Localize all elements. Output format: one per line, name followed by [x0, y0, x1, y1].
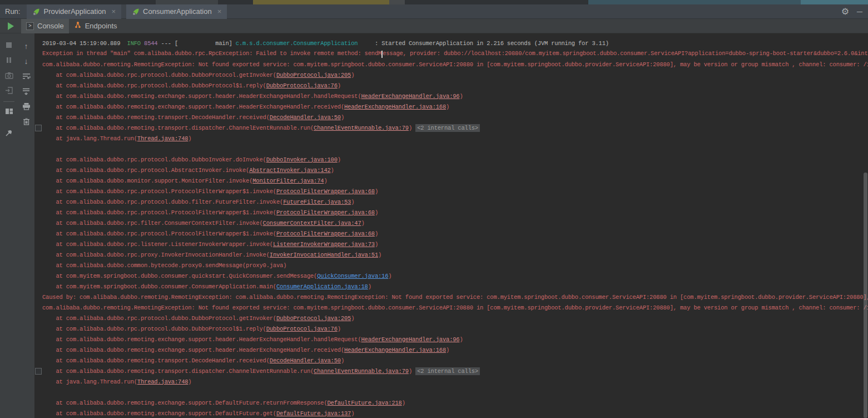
clear-all-trash-icon[interactable]: [20, 115, 32, 127]
close-icon[interactable]: ×: [109, 7, 116, 16]
exit-button[interactable]: [3, 84, 15, 96]
tab-console-label: Console: [37, 22, 64, 30]
stack-trace-link[interactable]: ConsumerContextFilter.java:47: [263, 220, 361, 227]
stack-trace-link[interactable]: ProtocolFilterWrapper.java:68: [276, 209, 375, 216]
console-segment: essage, provider: dubbo://localhost:2088…: [383, 50, 868, 57]
restore-layout-icon[interactable]: [3, 105, 15, 117]
stack-trace-link[interactable]: ProtocolFilterWrapper.java:68: [276, 188, 375, 195]
stack-trace-link[interactable]: DubboInvoker.java:100: [266, 156, 338, 163]
gutter: [34, 112, 42, 122]
console-segment: at com.alibaba.dubbo.remoting.transport.…: [42, 114, 270, 121]
stack-trace-link[interactable]: HeaderExchangeHandler.java:168: [344, 347, 446, 353]
console-segment: at java.lang.Thread.run(: [42, 135, 137, 142]
stack-trace-link[interactable]: HeaderExchangeHandler.java:96: [361, 336, 460, 343]
console-output[interactable]: 2019-03-04 15:19:00.889 INFO 8544 --- [ …: [34, 33, 868, 418]
gutter: [34, 281, 42, 292]
stack-trace-link[interactable]: ConsumerApplication.java:18: [276, 283, 368, 290]
gutter: [34, 165, 42, 175]
console-line-text: at com.alibaba.dubbo.remoting.transport.…: [42, 357, 344, 364]
console-line: at com.alibaba.dubbo.rpc.proxy.InvokerIn…: [34, 249, 868, 260]
console-line: at com.alibaba.dubbo.rpc.protocol.dubbo.…: [34, 70, 868, 80]
thread-dump-camera-icon[interactable]: [3, 69, 15, 81]
console-line: at com.alibaba.dubbo.rpc.protocol.Protoc…: [34, 186, 868, 196]
console-segment: <2 internal calls>: [415, 367, 480, 375]
stack-trace-link[interactable]: DecodeHandler.java:50: [270, 357, 341, 364]
console-line: 2019-03-04 15:19:00.889 INFO 8544 --- [ …: [34, 38, 868, 48]
scroll-to-end-icon[interactable]: [20, 85, 32, 97]
stack-trace-link[interactable]: HeaderExchangeHandler.java:96: [361, 93, 460, 100]
gutter: [34, 302, 42, 313]
stack-trace-link[interactable]: ProtocolFilterWrapper.java:68: [276, 230, 375, 237]
console-segment: at com.alibaba.dubbo.rpc.protocol.Protoc…: [42, 209, 276, 216]
gear-icon[interactable]: ⚙: [841, 7, 849, 16]
console-segment: ): [459, 93, 463, 100]
run-tab-consumer-application[interactable]: ConsumerApplication ×: [126, 4, 227, 19]
stack-trace-link[interactable]: ListenerInvokerWrapper.java:73: [273, 241, 375, 248]
console-segment: at com.alibaba.dubbo.remoting.exchange.s…: [42, 93, 361, 100]
stack-trace-link[interactable]: DecodeHandler.java:50: [270, 114, 341, 121]
stack-trace-link[interactable]: DefaultFuture.java:218: [328, 400, 402, 406]
up-stack-trace-icon[interactable]: ↑: [20, 40, 32, 52]
stack-trace-link[interactable]: DubboProtocol.java:76: [266, 82, 338, 89]
console-segment: ): [375, 188, 378, 195]
console-line-text: at com.alibaba.dubbo.rpc.protocol.Abstra…: [42, 167, 334, 174]
stack-trace-link[interactable]: DefaultFuture.java:137: [276, 410, 351, 417]
console-line-text: at com.myitem.springboot.dubbo.consumer.…: [42, 283, 371, 290]
soft-wrap-icon[interactable]: [20, 70, 32, 82]
stack-trace-link[interactable]: MonitorFilter.java:74: [252, 178, 324, 184]
console-line-text: at com.alibaba.dubbo.rpc.protocol.dubbo.…: [42, 156, 341, 163]
console-segment: at com.alibaba.dubbo.rpc.protocol.Protoc…: [42, 188, 276, 195]
stack-trace-link[interactable]: FutureFilter.java:53: [283, 199, 351, 205]
close-icon[interactable]: ×: [215, 7, 222, 16]
stack-trace-link[interactable]: ChannelEventRunnable.java:79: [314, 368, 409, 375]
stack-trace-link[interactable]: Thread.java:748: [137, 378, 189, 385]
stack-trace-link[interactable]: ChannelEventRunnable.java:79: [314, 125, 409, 131]
stack-trace-link[interactable]: QuickConsumer.java:16: [317, 273, 388, 279]
console-line: + at com.alibaba.dubbo.remoting.transpor…: [34, 122, 868, 133]
console-line: at com.alibaba.dubbo.rpc.filter.Consumer…: [34, 218, 868, 228]
stack-trace-link[interactable]: HeaderExchangeHandler.java:168: [344, 104, 446, 110]
tab-console[interactable]: > Console: [21, 19, 69, 33]
gutter: [34, 313, 42, 323]
pin-tab-icon[interactable]: [3, 127, 15, 139]
console-line-text: at com.alibaba.dubbo.rpc.protocol.Protoc…: [42, 188, 378, 195]
console-segment: com.alibaba.dubbo.remoting.RemotingExcep…: [42, 61, 868, 68]
stack-trace-link[interactable]: DubboProtocol.java:205: [276, 72, 351, 78]
console-line-text: com.alibaba.dubbo.remoting.RemotingExcep…: [42, 61, 868, 68]
gutter: [34, 323, 42, 334]
stack-trace-link[interactable]: DubboProtocol.java:76: [266, 326, 338, 332]
stack-trace-link[interactable]: Thread.java:748: [137, 135, 189, 142]
console-line-text: at java.lang.Thread.run(Thread.java:748): [42, 135, 191, 142]
stack-trace-link[interactable]: DubboProtocol.java:205: [276, 315, 351, 322]
console-line-text: at com.alibaba.dubbo.rpc.protocol.dubbo.…: [42, 315, 354, 322]
fold-expand-icon[interactable]: +: [34, 366, 42, 376]
console-segment: ): [338, 326, 341, 332]
console-segment: at com.alibaba.dubbo.rpc.protocol.Abstra…: [42, 167, 249, 174]
console-segment: at com.alibaba.dubbo.rpc.protocol.dubbo.…: [42, 326, 266, 332]
console-line: com.alibaba.dubbo.remoting.RemotingExcep…: [34, 59, 868, 70]
gutter: [34, 228, 42, 239]
gutter: [34, 249, 42, 260]
print-icon[interactable]: [20, 100, 32, 112]
console-line-text: com.alibaba.dubbo.remoting.RemotingExcep…: [42, 304, 868, 311]
vertical-scrollbar-thumb[interactable]: [864, 173, 867, 418]
stack-trace-link[interactable]: AbstractInvoker.java:142: [249, 167, 330, 174]
run-tab-provider-application[interactable]: ProviderApplication ×: [27, 4, 121, 19]
console-segment: at com.alibaba.dubbo.rpc.protocol.dubbo.…: [42, 72, 276, 78]
rerun-button[interactable]: [0, 22, 21, 30]
down-stack-trace-icon[interactable]: ↓: [20, 55, 32, 67]
tab-endpoints[interactable]: Endpoints: [69, 19, 122, 33]
gutter: [34, 271, 42, 281]
stack-trace-link[interactable]: InvokerInvocationHandler.java:51: [270, 252, 378, 258]
console-segment: at com.alibaba.dubbo.rpc.filter.Consumer…: [42, 220, 263, 227]
console-segment: c.m.s.d.consumer.ConsumerApplication: [236, 40, 371, 47]
fold-expand-icon[interactable]: +: [34, 122, 42, 133]
console-segment: 8544: [144, 40, 157, 47]
pause-output-button[interactable]: [3, 54, 15, 66]
minimize-icon[interactable]: ─: [857, 7, 862, 16]
stop-button[interactable]: [3, 39, 15, 51]
console-segment: Exception in thread "main" com.alibaba.d…: [42, 50, 381, 57]
gutter: [34, 397, 42, 408]
console-line: at com.alibaba.dubbo.rpc.protocol.dubbo.…: [34, 154, 868, 165]
console-line-text: at com.alibaba.dubbo.rpc.protocol.Protoc…: [42, 230, 378, 237]
